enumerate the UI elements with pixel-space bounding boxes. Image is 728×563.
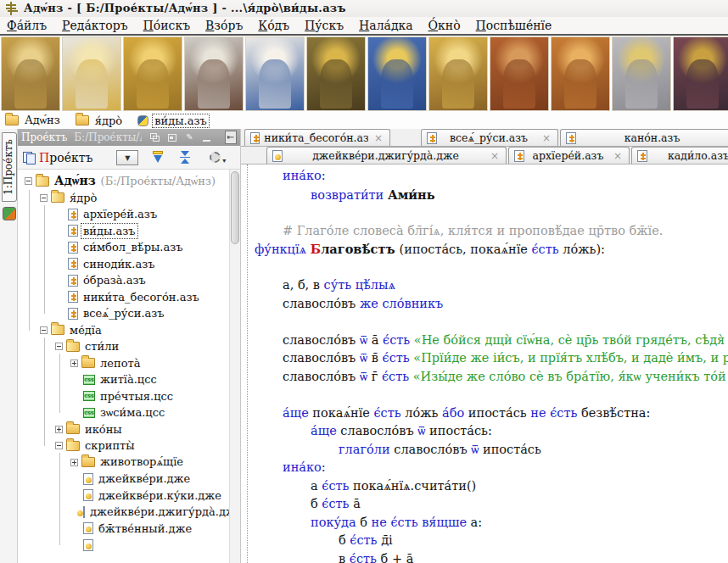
images-panel-icon[interactable] xyxy=(3,207,16,220)
icon-hodegetria[interactable] xyxy=(184,36,244,111)
tree-row[interactable]: животворѧ́щїе xyxy=(18,454,229,471)
expander-minus-icon[interactable] xyxy=(55,442,63,449)
menu-item-О[interactable]: О́кно̀ xyxy=(428,19,461,32)
icon-pantocrator[interactable] xyxy=(123,36,182,111)
tree-vertical-scrollbar[interactable] xyxy=(229,170,240,563)
icon-silver-riza[interactable] xyxy=(612,36,671,111)
code-line: а́ще покаѧ́нїе є́сть ло́жь а́бо ипоста́с… xyxy=(248,404,728,423)
icon-mandylion[interactable] xyxy=(62,36,121,111)
tree-row[interactable]: ники́та_бесого́н.азъ xyxy=(18,289,229,306)
icon-christ-gold[interactable] xyxy=(428,36,488,111)
keyword-text: су́ть цѣ́лыѧ xyxy=(324,278,396,292)
string-literal: «Изы́де же сло́во сѐ въ бра́тїю, я́кѡ уч… xyxy=(409,370,726,383)
dock-left-icon[interactable]: ⇤ xyxy=(225,131,237,144)
menu-item-Н[interactable]: Нала́дка xyxy=(359,19,413,32)
scrollbar-thumb[interactable] xyxy=(231,171,239,244)
menu-item-П[interactable]: Поспѣше́нїе xyxy=(476,19,552,32)
tree-row[interactable]: Адѡ́нз (Б:/Прое́кты/Адѡ́нз) xyxy=(18,173,229,190)
tree-row[interactable]: ико́ны xyxy=(18,421,229,438)
menu-item-К[interactable]: Ко́дъ xyxy=(258,19,289,32)
gear-icon[interactable] xyxy=(210,152,221,163)
breadcrumb-item[interactable]: Адѡ́нз xyxy=(5,114,62,127)
tree-row[interactable]: си́мбол_вѣ́ры.азъ xyxy=(18,239,229,256)
close-icon[interactable]: × xyxy=(489,150,501,162)
tree-row[interactable]: синоди́к.азъ xyxy=(18,256,229,273)
icon-christ-maroon[interactable] xyxy=(673,36,728,111)
tree-row[interactable]: лепота̀ xyxy=(18,355,229,372)
editor-tab[interactable]: всеѧ́_ру́си.азъ× xyxy=(421,129,558,146)
editor-tab[interactable]: архїере́й.азъ× xyxy=(508,147,630,164)
title-bar: Адѡ́нз - [ Б:/Прое́кты/Адѡ́нз ] - ...\я́… xyxy=(0,0,728,17)
editor-tab-row-2: джейкве́ри.джигу́рда̀.дже×архїере́й.азъ×… xyxy=(241,147,728,164)
figure xyxy=(686,59,719,109)
project-toolbar: Прое́ктъ ▼ xyxy=(18,146,240,170)
tree-row[interactable]: cssжитїа̀.цсс xyxy=(18,371,229,388)
icon-enthroned[interactable] xyxy=(551,36,610,111)
breadcrumb-item[interactable]: я́дро̀ xyxy=(76,114,124,127)
minimize-icon[interactable] xyxy=(202,132,213,142)
menu-item-В[interactable]: Взо́ръ xyxy=(205,19,243,32)
tree-row[interactable]: бж̄тве́нный.дже xyxy=(18,521,229,538)
restore-window-icon[interactable] xyxy=(148,132,160,142)
expander-plus-icon[interactable] xyxy=(55,426,63,433)
dock-window-icon[interactable] xyxy=(166,132,177,142)
tree-row[interactable]: ви́ды.азъ xyxy=(18,223,229,240)
code-text: а̄ xyxy=(367,333,383,347)
icon-theotokos-blue[interactable] xyxy=(367,36,427,111)
figure xyxy=(14,59,47,109)
icon-don-theotokos[interactable] xyxy=(490,36,549,111)
expander-plus-icon[interactable] xyxy=(70,459,78,466)
menu-item-Р[interactable]: Реда́кторъ xyxy=(62,19,127,32)
collapse-all-icon[interactable] xyxy=(179,150,191,165)
icon-christ-dark[interactable] xyxy=(306,36,366,111)
close-icon[interactable]: × xyxy=(612,150,624,162)
close-icon[interactable]: × xyxy=(372,132,384,144)
tree-row[interactable]: cssпре́чтыя.цсс xyxy=(18,388,229,405)
tree-row[interactable]: джейкве́ри.джигу́рда̀.дже xyxy=(18,504,229,521)
tree-row[interactable]: джейкве́ри.дже xyxy=(18,471,229,488)
icon-oranta[interactable] xyxy=(245,36,305,111)
tab-label: архїере́й.азъ xyxy=(529,149,608,162)
menu-item-Ф[interactable]: Фа́йлъ xyxy=(7,19,47,32)
tree-item-label: ико́ны xyxy=(83,422,124,437)
az-file-icon xyxy=(514,150,524,162)
tree-item-label: скрипты̀ xyxy=(83,438,137,453)
tree-row[interactable]: я́дро̀ xyxy=(18,190,229,207)
expander-minus-icon[interactable] xyxy=(55,343,63,350)
keyword-text: возврати́ти xyxy=(311,188,388,202)
editor-tab[interactable]: кади́ло.азъ xyxy=(631,147,728,164)
pin-icon[interactable]: ✎ xyxy=(184,132,195,142)
code-area[interactable]: ина́ко:возврати́ти Ами́нь# Глаго́ле слов… xyxy=(247,164,728,563)
locate-file-icon[interactable] xyxy=(150,150,165,165)
tree-row[interactable]: джейкве́ри.ку́ки.дже xyxy=(18,488,229,504)
close-icon[interactable]: × xyxy=(540,132,552,144)
tree-row[interactable]: скрипты̀ xyxy=(18,438,229,454)
tree-row[interactable]: всеѧ́_ру́си.азъ xyxy=(18,305,229,322)
keyword-text: ина́ко: xyxy=(283,460,326,474)
tree-item-label: ме́дїа xyxy=(68,323,104,337)
keyword-text: а́ще xyxy=(283,406,309,420)
tree-row[interactable] xyxy=(18,537,229,554)
code-text: а, б, в xyxy=(283,278,324,292)
tree-row[interactable]: ме́дїа xyxy=(18,322,229,339)
sidebar-tab-project[interactable]: 1:Прое́ктъ xyxy=(2,132,17,202)
keyword-text: є́сть xyxy=(350,533,377,547)
menu-item-П[interactable]: Пу́скъ xyxy=(305,19,344,32)
editor-tab[interactable]: ники́та_бесого́н.азъ× xyxy=(244,129,390,146)
code-text: ипоста́сь xyxy=(464,406,530,420)
expander-plus-icon[interactable] xyxy=(70,360,78,367)
tree-row[interactable]: архїере́й.азъ xyxy=(18,206,229,223)
tree-row[interactable]: cssзѡси́ма.цсс xyxy=(18,404,229,421)
breadcrumb-item[interactable]: ви́ды.азъ xyxy=(137,114,209,127)
icon-trinity[interactable] xyxy=(1,36,60,111)
menu-item-П[interactable]: По́искъ xyxy=(143,19,190,32)
tree-row[interactable]: сти́ли xyxy=(18,338,229,355)
project-combo-dropdown[interactable]: ▼ xyxy=(116,150,138,165)
expander-minus-icon[interactable] xyxy=(40,326,48,334)
editor-tab[interactable]: кано́н.азъ xyxy=(560,129,728,146)
editor-tab[interactable]: джейкве́ри.джигу́рда̀.дже× xyxy=(266,147,507,164)
expander-minus-icon[interactable] xyxy=(40,194,48,202)
code-line xyxy=(248,386,728,404)
tree-row[interactable]: о́браза̀.азъ xyxy=(18,272,229,289)
expander-minus-icon[interactable] xyxy=(25,177,32,185)
